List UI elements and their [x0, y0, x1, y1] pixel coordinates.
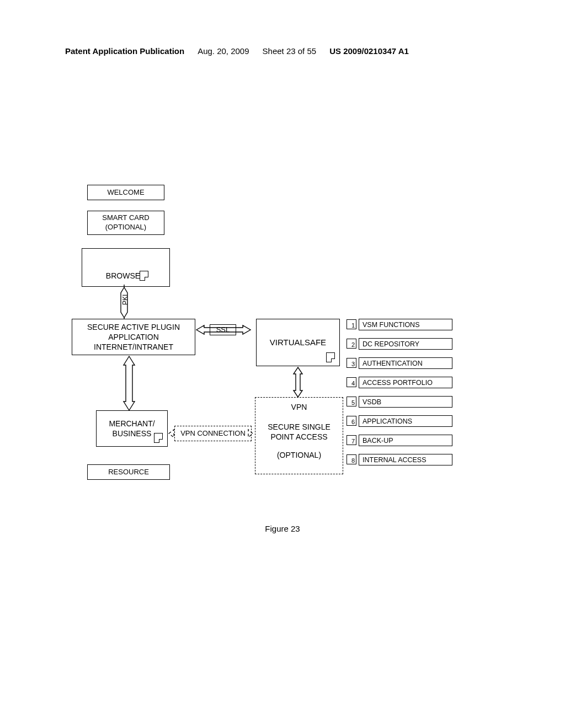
list-num: 2 — [347, 339, 356, 349]
page-icon — [154, 433, 163, 443]
list-num: 4 — [347, 377, 356, 387]
list-num: 6 — [347, 416, 356, 426]
box-plugin: SECURE ACTIVE PLUGINAPPLICATIONINTERNET/… — [72, 319, 195, 355]
list-item: DC REPOSITORY — [359, 338, 452, 350]
sspa-label: SECURE SINGLEPOINT ACCESS — [259, 422, 339, 442]
page-icon — [326, 352, 335, 362]
box-vpn-connection: VPN CONNECTION — [174, 426, 252, 441]
box-browser: BROWSER — [82, 248, 170, 287]
publication-type: Patent Application Publication — [65, 46, 184, 56]
box-virtualsafe: VIRTUALSAFE — [256, 319, 340, 366]
pki-label: PKI — [121, 295, 129, 305]
box-label: VPN CONNECTION — [180, 429, 246, 438]
box-label: VIRTUALSAFE — [270, 337, 326, 348]
box-smartcard: SMART CARD(OPTIONAL) — [87, 211, 164, 235]
page-header: Patent Application Publication Aug. 20, … — [65, 46, 500, 56]
box-label: SMART CARD(OPTIONAL) — [102, 213, 149, 232]
sheet-number: Sheet 23 of 55 — [263, 46, 317, 56]
list-item: VSDB — [359, 396, 452, 408]
list-item: ACCESS PORTFOLIO — [359, 377, 452, 388]
box-vpn-cloud: VPN SECURE SINGLEPOINT ACCESS (OPTIONAL) — [255, 397, 343, 474]
box-resource: RESOURCE — [87, 464, 170, 480]
list-num: 5 — [347, 397, 356, 406]
vpn-label: VPN — [259, 402, 339, 412]
list-num: 1 — [347, 319, 356, 329]
figure-caption: Figure 23 — [0, 524, 565, 533]
box-ssl: SSL — [210, 324, 236, 335]
list-item: INTERNAL ACCESS — [359, 454, 452, 465]
box-label: SSL — [216, 325, 230, 335]
box-label: RESOURCE — [108, 468, 149, 477]
list-item: APPLICATIONS — [359, 415, 452, 427]
list-num: 7 — [347, 435, 356, 445]
sspa-optional: (OPTIONAL) — [259, 450, 339, 460]
figure-stage: WELCOME SMART CARD(OPTIONAL) BROWSER SEC… — [65, 176, 500, 529]
list-item: AUTHENTICATION — [359, 357, 452, 369]
box-merchant: MERCHANT/BUSINESS — [96, 410, 168, 447]
publication-date: Aug. 20, 2009 — [198, 46, 249, 56]
list-num: 8 — [347, 454, 356, 464]
page-icon — [140, 271, 148, 281]
box-label: WELCOME — [107, 188, 144, 197]
list-item: BACK-UP — [359, 435, 452, 446]
box-label: MERCHANT/BUSINESS — [109, 419, 154, 438]
list-item: VSM FUNCTIONS — [359, 319, 452, 330]
box-label: SECURE ACTIVE PLUGINAPPLICATIONINTERNET/… — [87, 322, 180, 352]
box-welcome: WELCOME — [87, 185, 164, 200]
list-num: 3 — [347, 358, 356, 368]
publication-number: US 2009/0210347 A1 — [329, 46, 409, 56]
